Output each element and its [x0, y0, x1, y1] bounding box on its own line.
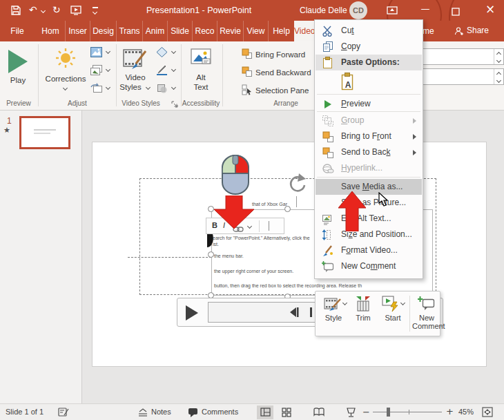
corrections-dropdown-icon[interactable]	[63, 86, 68, 90]
menu-item-cut[interactable]: Cut	[316, 23, 422, 39]
tab-record[interactable]: Reco	[192, 21, 217, 41]
customize-qat-icon[interactable]	[93, 7, 98, 8]
menu-item-bring-to-front[interactable]: Bring to Front	[316, 128, 422, 144]
insert-video-dropdown-icon[interactable]	[106, 67, 110, 72]
start-icon[interactable]	[382, 296, 400, 315]
fit-slide-to-window-icon[interactable]	[482, 407, 493, 419]
video-styles-dialog-launcher-icon[interactable]	[171, 98, 178, 111]
previous-frame-icon[interactable]	[288, 306, 299, 321]
start-slideshow-icon[interactable]	[70, 6, 81, 18]
stepper-up-icon[interactable]	[496, 72, 501, 77]
tab-animations[interactable]: Anim	[142, 21, 167, 41]
menu-item-format-video[interactable]: Format Video...	[316, 242, 422, 258]
reset-design-icon[interactable]	[90, 83, 102, 96]
slideshow-view-button[interactable]	[342, 405, 359, 419]
selection-handle[interactable]	[208, 206, 214, 212]
corrections-sun-icon[interactable]	[56, 48, 75, 70]
size-height-field[interactable]	[413, 48, 504, 65]
style-icon[interactable]	[324, 296, 342, 314]
rotate-handle-icon[interactable]	[285, 173, 307, 198]
avatar[interactable]: CD	[349, 1, 367, 19]
tab-home[interactable]: Hom	[36, 21, 65, 41]
save-icon[interactable]	[11, 6, 21, 18]
new-comment-button-label[interactable]: New Comment	[412, 314, 441, 330]
close-button[interactable]: ×	[482, 2, 498, 16]
style-button-label[interactable]: Style	[318, 314, 349, 322]
minimize-button[interactable]: —	[417, 3, 434, 14]
reset-design-dropdown-icon[interactable]	[106, 85, 110, 90]
menu-item-send-to-back[interactable]: Send to Back	[316, 144, 422, 160]
menu-item-copy[interactable]: Copy	[316, 39, 422, 55]
menu-item-save-media-as[interactable]: Save Media as...	[316, 179, 422, 195]
video-styles-icon[interactable]	[122, 47, 148, 75]
menu-item-save-as-picture[interactable]: Save as Picture...	[316, 195, 422, 211]
video-border-icon[interactable]	[156, 65, 168, 78]
menu-item-edit-alt-text[interactable]: Edit Alt Text...	[316, 211, 422, 227]
selection-handle[interactable]	[284, 206, 291, 212]
maximize-button[interactable]	[452, 6, 460, 19]
selection-pane-icon[interactable]	[242, 84, 253, 98]
video-effects-dropdown-icon[interactable]	[171, 85, 176, 90]
tab-review[interactable]: Revie	[217, 21, 243, 41]
zoom-level[interactable]: 45%	[458, 408, 474, 416]
selection-handle[interactable]	[208, 251, 214, 258]
share-button[interactable]: Share	[467, 26, 489, 35]
style-dropdown-icon[interactable]	[342, 300, 347, 305]
video-timeline[interactable]	[208, 302, 316, 323]
start-button-label[interactable]: Start	[378, 314, 408, 322]
play-button-label[interactable]: Play	[1, 76, 35, 84]
start-dropdown-icon[interactable]	[400, 300, 405, 305]
video-play-button[interactable]	[186, 305, 198, 321]
tab-design[interactable]: Desig	[90, 21, 116, 41]
user-name[interactable]: Claude Delle	[300, 6, 347, 15]
menu-item-new-comment[interactable]: New Comment	[316, 258, 422, 274]
alt-text-button-label-1[interactable]: Alt	[184, 73, 218, 82]
tab-view[interactable]: View	[243, 21, 268, 41]
tell-me-label[interactable]: me	[423, 26, 434, 36]
undo-icon[interactable]: ↶	[29, 5, 37, 15]
corrections-button-label[interactable]: Corrections	[43, 75, 88, 83]
play-icon[interactable]	[8, 50, 28, 73]
alt-text-button-label-2[interactable]: Text	[184, 83, 218, 91]
slide-sorter-view-button[interactable]	[278, 405, 295, 419]
redo-icon[interactable]: ↻	[52, 5, 61, 15]
slide-thumbnail[interactable]	[19, 116, 70, 149]
keep-source-formatting-paste-icon[interactable]: A	[340, 72, 356, 97]
video-styles-button-label-2[interactable]: Styles	[113, 83, 148, 91]
customize-qat-chevron-icon[interactable]	[93, 10, 97, 15]
comments-toggle-button[interactable]: Comments	[202, 408, 238, 416]
trim-icon[interactable]	[354, 296, 372, 315]
alt-text-icon[interactable]	[191, 48, 211, 69]
insert-video-icon[interactable]	[90, 65, 102, 78]
tab-transitions[interactable]: Trans	[116, 21, 142, 41]
zoom-in-button[interactable]: +	[446, 406, 454, 417]
bring-forward-icon[interactable]	[242, 48, 253, 62]
selection-pane-button[interactable]: Selection Pane	[255, 86, 309, 95]
tab-file[interactable]: File	[0, 21, 35, 41]
zoom-out-button[interactable]: −	[362, 407, 370, 417]
send-backward-button[interactable]: Send Backward	[255, 68, 311, 77]
stepper-down-icon[interactable]	[496, 78, 501, 83]
video-border-dropdown-icon[interactable]	[171, 67, 176, 72]
pause-bar-icon[interactable]	[310, 307, 312, 317]
zoom-slider-track[interactable]	[373, 412, 442, 412]
size-width-field[interactable]	[413, 68, 504, 85]
tab-insert[interactable]: Inser	[65, 21, 90, 41]
poster-frame-icon[interactable]	[90, 47, 102, 60]
poster-frame-dropdown-icon[interactable]	[106, 49, 110, 54]
tab-help[interactable]: Help	[268, 21, 294, 41]
reading-view-button[interactable]	[311, 405, 327, 419]
accessibility-checker-icon[interactable]	[58, 407, 69, 419]
video-effects-icon[interactable]	[156, 83, 168, 96]
slide-indicator[interactable]: Slide 1 of 1	[6, 408, 43, 416]
tab-slideshow[interactable]: Slide	[167, 21, 192, 41]
zoom-slider-thumb[interactable]	[387, 408, 390, 417]
normal-view-button[interactable]	[257, 405, 273, 419]
notes-toggle-button[interactable]: Notes	[151, 408, 171, 416]
share-person-icon[interactable]	[454, 26, 464, 39]
bring-forward-button[interactable]: Bring Forward	[255, 50, 305, 59]
trim-button-label[interactable]: Trim	[349, 314, 378, 322]
video-styles-button-label-1[interactable]: Video	[117, 73, 153, 82]
send-backward-icon[interactable]	[242, 66, 253, 80]
undo-dropdown-icon[interactable]	[41, 8, 46, 13]
